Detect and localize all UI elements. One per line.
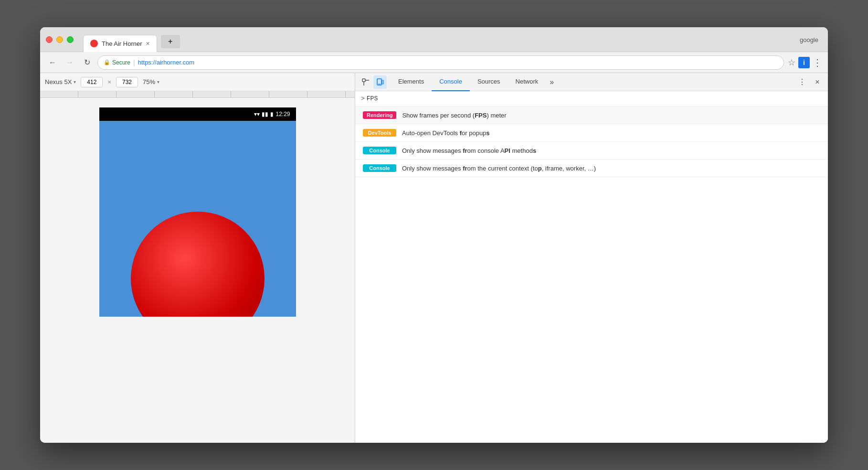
autocomplete-text: Show frames per second (FPS) meter bbox=[402, 112, 506, 119]
navigation-bar: ← → ↻ 🔒 Secure | https://airhorner.com ☆… bbox=[40, 52, 828, 73]
time-display: 12:29 bbox=[275, 111, 290, 118]
extension-button[interactable]: i bbox=[798, 57, 810, 68]
devtools-actions: ⋮ × bbox=[792, 75, 828, 89]
device-chevron-icon: ▾ bbox=[74, 79, 76, 85]
dimension-separator: × bbox=[107, 78, 111, 85]
url-text: https://airhorner.com bbox=[138, 59, 195, 66]
tab-title: The Air Horner bbox=[102, 40, 142, 47]
zoom-chevron-icon: ▾ bbox=[157, 79, 159, 85]
tab-network[interactable]: Network bbox=[508, 73, 546, 91]
battery-icon: ▮ bbox=[270, 111, 274, 118]
autocomplete-dropdown: Rendering Show frames per second (FPS) m… bbox=[355, 107, 828, 443]
devtools-close-button[interactable]: × bbox=[811, 75, 824, 89]
tab-close-button[interactable]: × bbox=[146, 40, 150, 47]
minimize-button[interactable] bbox=[56, 36, 63, 43]
ruler-segment bbox=[307, 91, 346, 97]
back-button[interactable]: ← bbox=[46, 56, 59, 69]
status-icons: ▾▾ ▮▮ ▮ 12:29 bbox=[254, 111, 290, 118]
devtools-panel: Elements Console Sources Network » ⋮ × bbox=[355, 73, 828, 443]
chrome-menu-button[interactable]: ⋮ bbox=[813, 57, 822, 68]
device-toolbar-toggle[interactable] bbox=[373, 75, 387, 89]
svg-rect-4 bbox=[382, 80, 383, 84]
mobile-screen: ▾▾ ▮▮ ▮ 12:29 bbox=[99, 107, 296, 317]
height-input[interactable] bbox=[116, 77, 138, 87]
browser-window: The Air Horner × + google ← → ↻ 🔒 Secure… bbox=[40, 27, 828, 443]
autocomplete-text: Only show messages from the current cont… bbox=[402, 165, 596, 172]
air-horn-button[interactable] bbox=[131, 212, 265, 317]
svg-rect-0 bbox=[362, 79, 365, 82]
console-prompt: > bbox=[361, 95, 365, 102]
refresh-button[interactable]: ↻ bbox=[80, 56, 94, 69]
secure-badge: 🔒 Secure bbox=[104, 59, 130, 66]
lock-icon: 🔒 bbox=[104, 59, 110, 65]
ruler-row bbox=[40, 91, 355, 98]
maximize-button[interactable] bbox=[67, 36, 74, 43]
devtools-header: Elements Console Sources Network » ⋮ × bbox=[355, 73, 828, 91]
ruler-segment bbox=[269, 91, 307, 97]
width-input[interactable] bbox=[81, 77, 103, 87]
tab-elements[interactable]: Elements bbox=[391, 73, 432, 91]
title-bar: The Air Horner × + google bbox=[40, 27, 828, 52]
badge-devtools: DevTools bbox=[363, 129, 396, 137]
device-toolbar: Nexus 5X ▾ × 75% ▾ bbox=[40, 73, 355, 91]
tab-sources[interactable]: Sources bbox=[470, 73, 508, 91]
close-button[interactable] bbox=[46, 36, 53, 43]
console-area: > Rendering Show frames per second (FPS)… bbox=[355, 91, 828, 443]
wifi-icon: ▾▾ bbox=[254, 111, 260, 118]
left-panel: Nexus 5X ▾ × 75% ▾ bbox=[40, 73, 355, 443]
forward-button[interactable]: → bbox=[63, 56, 76, 69]
ruler-segment bbox=[116, 91, 155, 97]
tab-console[interactable]: Console bbox=[432, 73, 470, 91]
address-bar[interactable]: 🔒 Secure | https://airhorner.com bbox=[97, 55, 784, 70]
autocomplete-item[interactable]: Console Only show messages from console … bbox=[355, 142, 828, 160]
main-content: Nexus 5X ▾ × 75% ▾ bbox=[40, 73, 828, 443]
ruler-segment bbox=[155, 91, 193, 97]
ruler-segment bbox=[40, 91, 78, 97]
autocomplete-text: Auto-open DevTools for popups bbox=[402, 129, 490, 137]
mobile-content bbox=[99, 121, 296, 317]
autocomplete-item[interactable]: Console Only show messages from the curr… bbox=[355, 160, 828, 177]
bookmark-button[interactable]: ☆ bbox=[788, 57, 795, 68]
device-name: Nexus 5X bbox=[45, 78, 72, 85]
secure-label: Secure bbox=[112, 59, 130, 66]
zoom-level: 75% bbox=[143, 78, 155, 85]
browser-tab[interactable]: The Air Horner × bbox=[83, 35, 157, 52]
console-input[interactable] bbox=[367, 95, 822, 102]
nav-right-controls: ☆ i ⋮ bbox=[788, 57, 822, 68]
badge-rendering: Rendering bbox=[363, 111, 396, 119]
traffic-lights bbox=[46, 36, 74, 43]
autocomplete-text: Only show messages from console API meth… bbox=[402, 147, 536, 154]
url-divider: | bbox=[133, 59, 135, 66]
ruler-segment bbox=[78, 91, 116, 97]
tab-favicon bbox=[90, 40, 98, 47]
badge-console: Console bbox=[363, 147, 396, 154]
mobile-view: ▾▾ ▮▮ ▮ 12:29 bbox=[40, 98, 355, 443]
zoom-selector[interactable]: 75% ▾ bbox=[143, 78, 159, 85]
ruler-segment bbox=[193, 91, 231, 97]
inspect-element-button[interactable] bbox=[359, 75, 372, 89]
devtools-menu-button[interactable]: ⋮ bbox=[795, 75, 809, 89]
new-tab-button[interactable]: + bbox=[161, 35, 180, 48]
google-account: google bbox=[800, 36, 818, 43]
more-tabs-button[interactable]: » bbox=[546, 78, 558, 86]
signal-icon: ▮▮ bbox=[262, 111, 268, 118]
ruler-segment bbox=[231, 91, 269, 97]
mobile-status-bar: ▾▾ ▮▮ ▮ 12:29 bbox=[99, 107, 296, 121]
device-selector[interactable]: Nexus 5X ▾ bbox=[45, 78, 76, 85]
devtools-tabs: Elements Console Sources Network » bbox=[391, 73, 792, 91]
autocomplete-item[interactable]: DevTools Auto-open DevTools for popups bbox=[355, 124, 828, 142]
autocomplete-item[interactable]: Rendering Show frames per second (FPS) m… bbox=[355, 107, 828, 124]
badge-console: Console bbox=[363, 164, 396, 172]
devtools-icons bbox=[355, 75, 391, 89]
console-input-row: > bbox=[355, 91, 828, 107]
tab-bar: The Air Horner × + bbox=[83, 31, 822, 48]
